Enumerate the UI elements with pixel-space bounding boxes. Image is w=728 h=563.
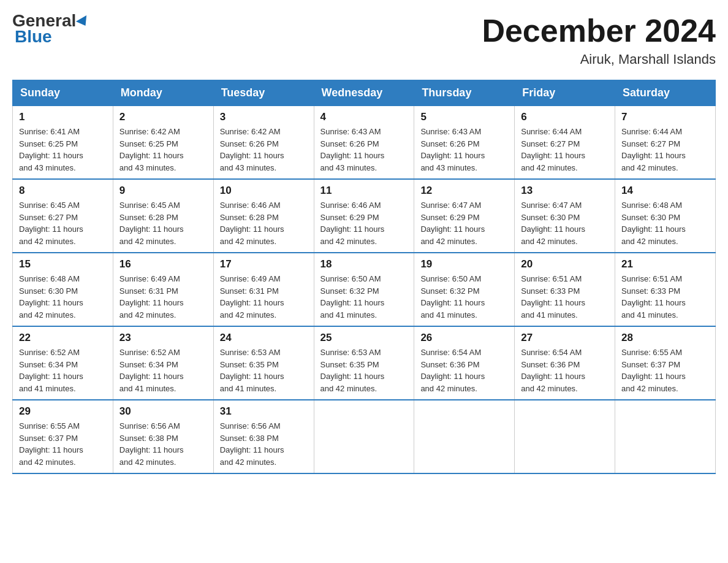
day-info: Sunrise: 6:47 AM Sunset: 6:30 PM Dayligh… <box>521 199 609 247</box>
day-number: 1 <box>19 111 107 123</box>
day-number: 4 <box>320 111 408 123</box>
day-info: Sunrise: 6:53 AM Sunset: 6:35 PM Dayligh… <box>320 347 408 394</box>
day-info: Sunrise: 6:56 AM Sunset: 6:38 PM Dayligh… <box>220 420 308 468</box>
location: Airuk, Marshall Islands <box>482 52 716 67</box>
calendar-cell: 29 Sunrise: 6:55 AM Sunset: 6:37 PM Dayl… <box>13 400 113 473</box>
calendar-cell: 9 Sunrise: 6:45 AM Sunset: 6:28 PM Dayli… <box>113 179 213 253</box>
day-info: Sunrise: 6:41 AM Sunset: 6:25 PM Dayligh… <box>19 126 107 174</box>
day-info: Sunrise: 6:45 AM Sunset: 6:27 PM Dayligh… <box>19 199 107 247</box>
calendar-cell: 31 Sunrise: 6:56 AM Sunset: 6:38 PM Dayl… <box>213 400 314 473</box>
calendar-header-row: SundayMondayTuesdayWednesdayThursdayFrid… <box>13 80 716 106</box>
day-info: Sunrise: 6:52 AM Sunset: 6:34 PM Dayligh… <box>119 347 207 394</box>
calendar-cell: 2 Sunrise: 6:42 AM Sunset: 6:25 PM Dayli… <box>113 106 213 180</box>
day-info: Sunrise: 6:45 AM Sunset: 6:28 PM Dayligh… <box>119 199 207 247</box>
calendar-cell: 1 Sunrise: 6:41 AM Sunset: 6:25 PM Dayli… <box>13 106 113 180</box>
day-number: 24 <box>220 332 308 344</box>
calendar-cell: 20 Sunrise: 6:51 AM Sunset: 6:33 PM Dayl… <box>515 253 615 326</box>
calendar-cell: 15 Sunrise: 6:48 AM Sunset: 6:30 PM Dayl… <box>13 253 113 326</box>
calendar-cell: 30 Sunrise: 6:56 AM Sunset: 6:38 PM Dayl… <box>113 400 213 473</box>
day-number: 9 <box>119 185 207 197</box>
calendar-cell <box>314 400 414 473</box>
calendar-week-row: 1 Sunrise: 6:41 AM Sunset: 6:25 PM Dayli… <box>13 106 716 180</box>
calendar-header-tuesday: Tuesday <box>213 80 314 106</box>
calendar-cell: 27 Sunrise: 6:54 AM Sunset: 6:36 PM Dayl… <box>515 326 615 400</box>
logo: General Blue <box>12 12 89 47</box>
calendar-cell: 10 Sunrise: 6:46 AM Sunset: 6:28 PM Dayl… <box>213 179 314 253</box>
calendar-cell: 19 Sunrise: 6:50 AM Sunset: 6:32 PM Dayl… <box>414 253 515 326</box>
calendar-cell: 22 Sunrise: 6:52 AM Sunset: 6:34 PM Dayl… <box>13 326 113 400</box>
calendar-table: SundayMondayTuesdayWednesdayThursdayFrid… <box>12 80 716 474</box>
day-number: 28 <box>621 332 709 344</box>
day-number: 7 <box>621 111 709 123</box>
calendar-cell: 5 Sunrise: 6:43 AM Sunset: 6:26 PM Dayli… <box>414 106 515 180</box>
calendar-cell: 6 Sunrise: 6:44 AM Sunset: 6:27 PM Dayli… <box>515 106 615 180</box>
day-info: Sunrise: 6:47 AM Sunset: 6:29 PM Dayligh… <box>420 199 508 247</box>
calendar-cell: 21 Sunrise: 6:51 AM Sunset: 6:33 PM Dayl… <box>615 253 716 326</box>
calendar-cell <box>414 400 515 473</box>
calendar-cell: 17 Sunrise: 6:49 AM Sunset: 6:31 PM Dayl… <box>213 253 314 326</box>
calendar-header-saturday: Saturday <box>615 80 716 106</box>
day-number: 6 <box>521 111 609 123</box>
calendar-cell: 13 Sunrise: 6:47 AM Sunset: 6:30 PM Dayl… <box>515 179 615 253</box>
day-number: 21 <box>621 258 709 270</box>
calendar-header-friday: Friday <box>515 80 615 106</box>
day-number: 10 <box>220 185 308 197</box>
calendar-cell <box>515 400 615 473</box>
calendar-cell: 4 Sunrise: 6:43 AM Sunset: 6:26 PM Dayli… <box>314 106 414 180</box>
calendar-cell: 3 Sunrise: 6:42 AM Sunset: 6:26 PM Dayli… <box>213 106 314 180</box>
day-info: Sunrise: 6:51 AM Sunset: 6:33 PM Dayligh… <box>621 273 709 321</box>
day-number: 13 <box>521 185 609 197</box>
day-number: 11 <box>320 185 408 197</box>
day-number: 27 <box>521 332 609 344</box>
calendar-week-row: 15 Sunrise: 6:48 AM Sunset: 6:30 PM Dayl… <box>13 253 716 326</box>
calendar-cell: 12 Sunrise: 6:47 AM Sunset: 6:29 PM Dayl… <box>414 179 515 253</box>
day-number: 2 <box>119 111 207 123</box>
day-info: Sunrise: 6:50 AM Sunset: 6:32 PM Dayligh… <box>320 273 408 321</box>
day-number: 12 <box>420 185 508 197</box>
day-info: Sunrise: 6:53 AM Sunset: 6:35 PM Dayligh… <box>220 347 308 394</box>
day-info: Sunrise: 6:56 AM Sunset: 6:38 PM Dayligh… <box>119 420 207 468</box>
calendar-cell: 14 Sunrise: 6:48 AM Sunset: 6:30 PM Dayl… <box>615 179 716 253</box>
day-number: 5 <box>420 111 508 123</box>
day-info: Sunrise: 6:42 AM Sunset: 6:25 PM Dayligh… <box>119 126 207 174</box>
day-number: 26 <box>420 332 508 344</box>
day-number: 8 <box>19 185 107 197</box>
calendar-cell: 18 Sunrise: 6:50 AM Sunset: 6:32 PM Dayl… <box>314 253 414 326</box>
calendar-week-row: 8 Sunrise: 6:45 AM Sunset: 6:27 PM Dayli… <box>13 179 716 253</box>
calendar-cell: 11 Sunrise: 6:46 AM Sunset: 6:29 PM Dayl… <box>314 179 414 253</box>
day-info: Sunrise: 6:44 AM Sunset: 6:27 PM Dayligh… <box>521 126 609 174</box>
month-title: December 2024 <box>482 12 716 49</box>
day-info: Sunrise: 6:55 AM Sunset: 6:37 PM Dayligh… <box>621 347 709 394</box>
day-info: Sunrise: 6:43 AM Sunset: 6:26 PM Dayligh… <box>420 126 508 174</box>
day-number: 14 <box>621 185 709 197</box>
calendar-cell: 24 Sunrise: 6:53 AM Sunset: 6:35 PM Dayl… <box>213 326 314 400</box>
day-info: Sunrise: 6:46 AM Sunset: 6:29 PM Dayligh… <box>320 199 408 247</box>
day-number: 23 <box>119 332 207 344</box>
day-number: 31 <box>220 405 308 418</box>
calendar-cell: 7 Sunrise: 6:44 AM Sunset: 6:27 PM Dayli… <box>615 106 716 180</box>
day-info: Sunrise: 6:49 AM Sunset: 6:31 PM Dayligh… <box>119 273 207 321</box>
day-info: Sunrise: 6:55 AM Sunset: 6:37 PM Dayligh… <box>19 420 107 468</box>
day-info: Sunrise: 6:52 AM Sunset: 6:34 PM Dayligh… <box>19 347 107 394</box>
calendar-header-sunday: Sunday <box>13 80 113 106</box>
calendar-cell: 26 Sunrise: 6:54 AM Sunset: 6:36 PM Dayl… <box>414 326 515 400</box>
day-number: 20 <box>521 258 609 270</box>
day-number: 19 <box>420 258 508 270</box>
calendar-cell: 28 Sunrise: 6:55 AM Sunset: 6:37 PM Dayl… <box>615 326 716 400</box>
day-number: 29 <box>19 405 107 418</box>
day-info: Sunrise: 6:54 AM Sunset: 6:36 PM Dayligh… <box>420 347 508 394</box>
calendar-header-thursday: Thursday <box>414 80 515 106</box>
calendar-cell: 8 Sunrise: 6:45 AM Sunset: 6:27 PM Dayli… <box>13 179 113 253</box>
logo-blue-text: Blue <box>12 27 52 47</box>
calendar-cell: 23 Sunrise: 6:52 AM Sunset: 6:34 PM Dayl… <box>113 326 213 400</box>
day-info: Sunrise: 6:43 AM Sunset: 6:26 PM Dayligh… <box>320 126 408 174</box>
day-info: Sunrise: 6:48 AM Sunset: 6:30 PM Dayligh… <box>19 273 107 321</box>
day-info: Sunrise: 6:42 AM Sunset: 6:26 PM Dayligh… <box>220 126 308 174</box>
day-number: 15 <box>19 258 107 270</box>
day-number: 3 <box>220 111 308 123</box>
day-number: 30 <box>119 405 207 418</box>
calendar-cell: 25 Sunrise: 6:53 AM Sunset: 6:35 PM Dayl… <box>314 326 414 400</box>
calendar-cell <box>615 400 716 473</box>
day-number: 25 <box>320 332 408 344</box>
calendar-header-monday: Monday <box>113 80 213 106</box>
